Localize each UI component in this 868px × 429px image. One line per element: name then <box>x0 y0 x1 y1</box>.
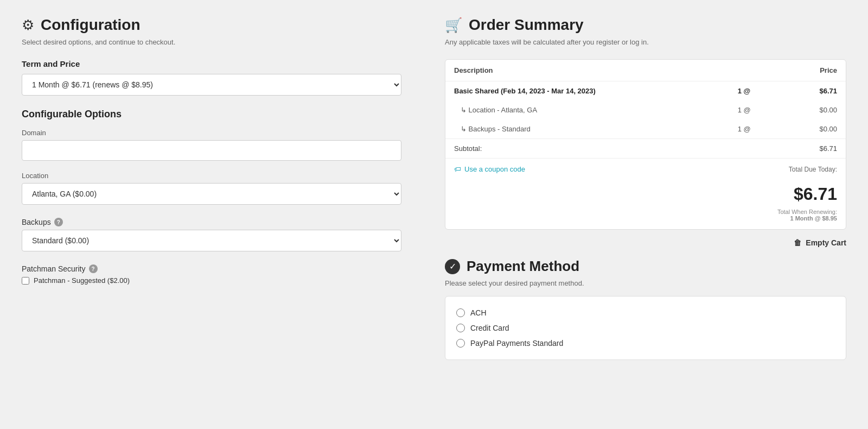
order-summary-table: Description Price Basic Shared (Feb 14, … <box>445 60 846 158</box>
table-row: ↳ Location - Atlanta, GA 1 @ $0.00 <box>445 100 846 119</box>
payment-option-paypal: PayPal Payments Standard <box>456 336 835 351</box>
renew-info: Total When Renewing: 1 Month @ $8.95 <box>445 206 846 229</box>
gear-icon: ⚙ <box>22 17 34 34</box>
total-due-label: Total Due Today: <box>789 166 837 173</box>
row-name: ↳ Backups - Standard <box>445 119 729 139</box>
col-price: Price <box>783 60 846 81</box>
backups-label: Backups <box>22 218 51 226</box>
coupon-link-text[interactable]: Use a coupon code <box>464 165 525 173</box>
order-summary-subtitle: Any applicable taxes will be calculated … <box>445 38 846 46</box>
patchman-checkbox-label[interactable]: Patchman - Suggested ($2.00) <box>34 276 130 285</box>
credit-card-label[interactable]: Credit Card <box>470 324 509 332</box>
order-summary-title: Order Summary <box>469 16 584 34</box>
check-circle-icon: ✓ <box>445 259 460 274</box>
location-label: Location <box>22 172 401 180</box>
total-due-amount: $6.71 <box>454 184 837 204</box>
location-select[interactable]: Atlanta, GA ($0.00) <box>22 183 401 205</box>
order-summary-header: 🛒 Order Summary <box>445 16 846 34</box>
term-price-label: Term and Price <box>22 59 401 68</box>
coupon-row: 🏷 Use a coupon code Total Due Today: <box>445 158 846 180</box>
paypal-radio[interactable] <box>456 339 465 348</box>
term-price-select[interactable]: 1 Month @ $6.71 (renews @ $8.95) <box>22 74 401 96</box>
configuration-header: ⚙ Configuration <box>22 16 401 34</box>
patchman-label-row: Patchman Security ? <box>22 264 401 273</box>
payment-method-subtitle: Please select your desired payment metho… <box>445 279 846 287</box>
backups-help-icon[interactable]: ? <box>54 218 63 226</box>
tag-icon: 🏷 <box>454 165 461 173</box>
payment-method-card: ACH Credit Card PayPal Payments Standard <box>445 296 846 360</box>
payment-method-title: Payment Method <box>467 258 579 275</box>
payment-method-header: ✓ Payment Method <box>445 258 846 275</box>
empty-cart-label: Empty Cart <box>806 238 846 247</box>
right-panel: 🛒 Order Summary Any applicable taxes wil… <box>434 16 846 360</box>
table-row: Basic Shared (Feb 14, 2023 - Mar 14, 202… <box>445 81 846 101</box>
coupon-link[interactable]: 🏷 Use a coupon code <box>454 165 525 173</box>
patchman-checkbox-row: Patchman - Suggested ($2.00) <box>22 276 401 285</box>
row-qty: 1 @ <box>729 119 783 139</box>
backups-label-row: Backups ? <box>22 218 401 226</box>
ach-label[interactable]: ACH <box>470 308 487 317</box>
renew-label: Total When Renewing: <box>777 209 837 215</box>
subtotal-value: $6.71 <box>783 139 846 159</box>
subtotal-row: Subtotal: $6.71 <box>445 139 846 159</box>
col-qty <box>729 60 783 81</box>
configurable-options-label: Configurable Options <box>22 109 401 120</box>
row-qty: 1 @ <box>729 81 783 101</box>
patchman-label: Patchman Security <box>22 264 86 273</box>
row-price: $0.00 <box>783 100 846 119</box>
total-due-section: $6.71 <box>445 180 846 206</box>
credit-card-radio[interactable] <box>456 324 465 332</box>
table-row: ↳ Backups - Standard 1 @ $0.00 <box>445 119 846 139</box>
patchman-help-icon[interactable]: ? <box>89 264 98 273</box>
renew-value: 1 Month @ $8.95 <box>790 215 837 222</box>
ach-radio[interactable] <box>456 308 465 317</box>
left-panel: ⚙ Configuration Select desired options, … <box>22 16 434 360</box>
configuration-title: Configuration <box>41 16 141 34</box>
row-name: Basic Shared (Feb 14, 2023 - Mar 14, 202… <box>445 81 729 101</box>
row-price: $0.00 <box>783 119 846 139</box>
row-name: ↳ Location - Atlanta, GA <box>445 100 729 119</box>
paypal-label[interactable]: PayPal Payments Standard <box>470 339 563 348</box>
order-summary-card: Description Price Basic Shared (Feb 14, … <box>445 59 846 230</box>
row-price: $6.71 <box>783 81 846 101</box>
subtotal-label: Subtotal: <box>445 139 729 159</box>
row-qty: 1 @ <box>729 100 783 119</box>
cart-icon: 🛒 <box>445 17 462 34</box>
backups-select[interactable]: Standard ($0.00) <box>22 230 401 251</box>
trash-icon: 🗑 <box>794 238 801 247</box>
empty-cart-row: 🗑 Empty Cart <box>445 238 846 247</box>
domain-input[interactable] <box>22 140 401 161</box>
payment-option-ach: ACH <box>456 305 835 320</box>
col-description: Description <box>445 60 729 81</box>
configuration-subtitle: Select desired options, and continue to … <box>22 38 401 46</box>
domain-label: Domain <box>22 129 401 137</box>
patchman-checkbox[interactable] <box>22 277 29 285</box>
payment-option-credit-card: Credit Card <box>456 320 835 336</box>
empty-cart-button[interactable]: 🗑 Empty Cart <box>794 238 846 247</box>
